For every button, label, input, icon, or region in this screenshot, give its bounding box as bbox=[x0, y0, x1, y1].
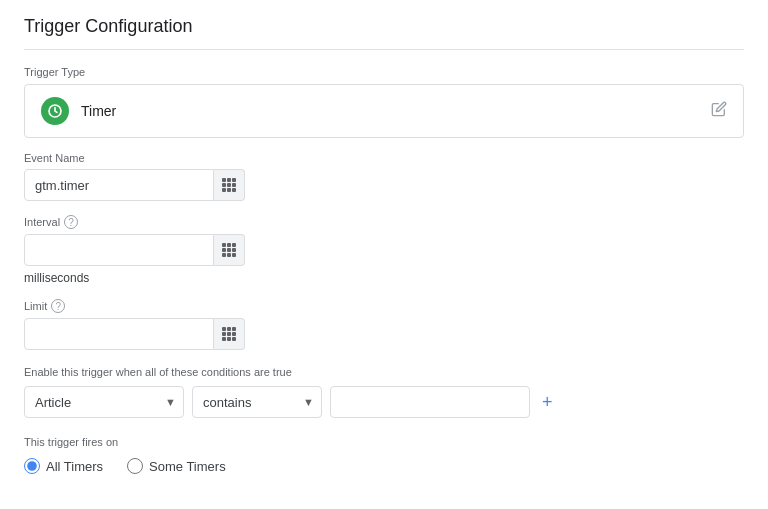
limit-section: Limit ? bbox=[24, 299, 744, 350]
event-name-input-group bbox=[24, 169, 244, 201]
add-condition-button[interactable]: + bbox=[538, 392, 557, 413]
interval-input-group bbox=[24, 234, 244, 266]
limit-input[interactable] bbox=[24, 318, 214, 350]
fires-on-section: This trigger fires on All Timers Some Ti… bbox=[24, 436, 744, 474]
grid-icon bbox=[222, 178, 236, 192]
trigger-type-label: Trigger Type bbox=[24, 66, 744, 78]
limit-var-button[interactable] bbox=[214, 318, 245, 350]
interval-input[interactable] bbox=[24, 234, 214, 266]
condition-row: Article ▼ contains ▼ + bbox=[24, 386, 744, 418]
operator-select[interactable]: contains bbox=[192, 386, 322, 418]
event-name-label: Event Name bbox=[24, 152, 744, 164]
some-timers-radio[interactable] bbox=[127, 458, 143, 474]
conditions-label: Enable this trigger when all of these co… bbox=[24, 366, 744, 378]
fires-on-label: This trigger fires on bbox=[24, 436, 744, 448]
page-title: Trigger Configuration bbox=[24, 16, 744, 50]
trigger-type-box: Timer bbox=[24, 84, 744, 138]
some-timers-option[interactable]: Some Timers bbox=[127, 458, 226, 474]
timer-icon bbox=[41, 97, 69, 125]
interval-label: Interval ? bbox=[24, 215, 744, 229]
event-name-section: Event Name bbox=[24, 152, 744, 201]
limit-label: Limit ? bbox=[24, 299, 744, 313]
condition-value-input[interactable] bbox=[330, 386, 530, 418]
interval-grid-icon bbox=[222, 243, 236, 257]
event-name-input[interactable] bbox=[24, 169, 214, 201]
variable-select-wrapper: Article ▼ bbox=[24, 386, 184, 418]
interval-help-icon[interactable]: ? bbox=[64, 215, 78, 229]
variable-select[interactable]: Article bbox=[24, 386, 184, 418]
all-timers-option[interactable]: All Timers bbox=[24, 458, 103, 474]
limit-help-icon[interactable]: ? bbox=[51, 299, 65, 313]
interval-section: Interval ? milliseconds bbox=[24, 215, 744, 285]
limit-grid-icon bbox=[222, 327, 236, 341]
milliseconds-label: milliseconds bbox=[24, 271, 744, 285]
operator-select-wrapper: contains ▼ bbox=[192, 386, 322, 418]
trigger-type-left: Timer bbox=[41, 97, 116, 125]
radio-group: All Timers Some Timers bbox=[24, 458, 744, 474]
some-timers-label: Some Timers bbox=[149, 459, 226, 474]
trigger-type-name: Timer bbox=[81, 103, 116, 119]
all-timers-label: All Timers bbox=[46, 459, 103, 474]
all-timers-radio[interactable] bbox=[24, 458, 40, 474]
page-container: Trigger Configuration Trigger Type Timer… bbox=[0, 0, 768, 490]
limit-input-group bbox=[24, 318, 244, 350]
interval-var-button[interactable] bbox=[214, 234, 245, 266]
event-name-var-button[interactable] bbox=[214, 169, 245, 201]
edit-icon[interactable] bbox=[711, 101, 727, 121]
conditions-section: Enable this trigger when all of these co… bbox=[24, 366, 744, 418]
